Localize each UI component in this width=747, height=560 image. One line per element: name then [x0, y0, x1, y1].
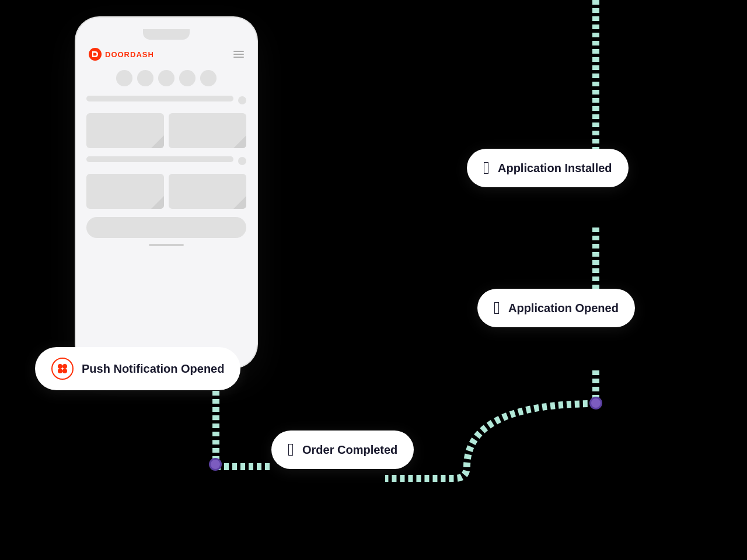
home-indicator — [149, 244, 184, 246]
order-completed-label: Order Completed — [302, 443, 397, 457]
application-opened-card:  Application Opened — [477, 289, 635, 327]
doordash-brand-text: DOORDASH — [105, 50, 154, 59]
bottom-search-bar — [86, 217, 246, 238]
apple-icon-opened:  — [494, 299, 500, 317]
content-row-2 — [86, 156, 246, 166]
application-opened-label: Application Opened — [508, 302, 619, 315]
application-installed-card:  Application Installed — [467, 149, 629, 187]
svg-point-7 — [62, 369, 67, 373]
image-cards-2 — [86, 174, 246, 209]
junction-dot-left — [209, 458, 222, 471]
svg-point-6 — [58, 369, 62, 373]
svg-point-4 — [58, 364, 62, 369]
hamburger-icon — [233, 51, 244, 58]
doordash-icon — [89, 48, 102, 61]
push-notification-card: Push Notification Opened — [35, 347, 240, 390]
push-notification-label: Push Notification Opened — [82, 362, 224, 376]
push-notification-icon — [51, 358, 74, 380]
image-cards-1 — [86, 113, 246, 148]
avatar-circles — [86, 70, 246, 86]
content-row-1 — [86, 96, 246, 105]
junction-dot-right — [589, 397, 602, 410]
svg-point-5 — [62, 364, 67, 369]
phone-header: DOORDASH — [86, 48, 246, 61]
apple-icon-order:  — [288, 441, 294, 459]
phone-mockup: DOORDASH — [76, 18, 257, 368]
apple-icon-installed:  — [483, 159, 490, 177]
phone-notch — [143, 29, 190, 40]
application-installed-label: Application Installed — [498, 162, 612, 175]
order-completed-card:  Order Completed — [271, 430, 414, 469]
doordash-logo: DOORDASH — [89, 48, 154, 61]
